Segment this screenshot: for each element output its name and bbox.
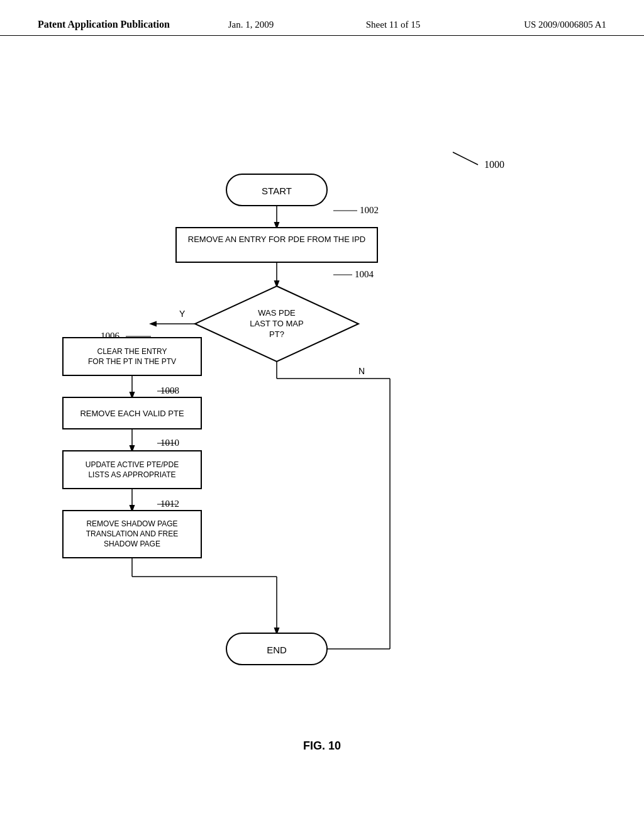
figure-label: FIG. 10 [0,739,644,753]
svg-text:1010: 1010 [160,438,179,448]
publication-date: Jan. 1, 2009 [180,19,322,30]
svg-text:1004: 1004 [355,269,374,279]
svg-rect-24 [63,338,201,375]
svg-text:REMOVE SHADOW PAGE: REMOVE SHADOW PAGE [86,519,177,528]
svg-text:UPDATE ACTIVE PTE/PDE: UPDATE ACTIVE PTE/PDE [86,460,179,469]
svg-text:1002: 1002 [360,205,379,215]
svg-text:1008: 1008 [160,385,179,396]
svg-rect-7 [176,228,377,262]
svg-text:PT?: PT? [269,329,284,339]
svg-text:END: END [267,645,287,655]
svg-text:CLEAR THE ENTRY: CLEAR THE ENTRY [97,347,167,356]
svg-text:LAST TO MAP: LAST TO MAP [250,319,303,328]
svg-text:FOR THE PT IN THE PTV: FOR THE PT IN THE PTV [88,357,176,366]
svg-text:1012: 1012 [160,499,179,509]
svg-text:START: START [262,185,292,196]
patent-number: US 2009/0006805 A1 [464,19,606,30]
svg-text:REMOVE EACH VALID PTE: REMOVE EACH VALID PTE [80,409,184,418]
svg-line-0 [453,152,478,165]
sheet-info: Sheet 11 of 15 [322,19,464,30]
svg-text:1000: 1000 [484,159,504,170]
svg-rect-35 [63,451,201,489]
svg-text:TRANSLATION AND FREE: TRANSLATION AND FREE [86,529,178,538]
svg-text:N: N [358,366,365,376]
svg-text:Y: Y [179,309,186,319]
svg-text:LISTS AS APPROPRIATE: LISTS AS APPROPRIATE [88,470,175,479]
svg-text:REMOVE AN ENTRY FOR PDE FROM T: REMOVE AN ENTRY FOR PDE FROM THE IPD [188,235,365,244]
svg-text:SHADOW PAGE: SHADOW PAGE [104,540,160,548]
svg-text:WAS PDE: WAS PDE [258,308,296,318]
publication-title: Patent Application Publication [38,19,180,30]
diagram-container: 1000 START 1002 REMOVE AN ENTRY FOR PDE … [0,36,644,790]
page-header: Patent Application Publication Jan. 1, 2… [0,0,644,36]
